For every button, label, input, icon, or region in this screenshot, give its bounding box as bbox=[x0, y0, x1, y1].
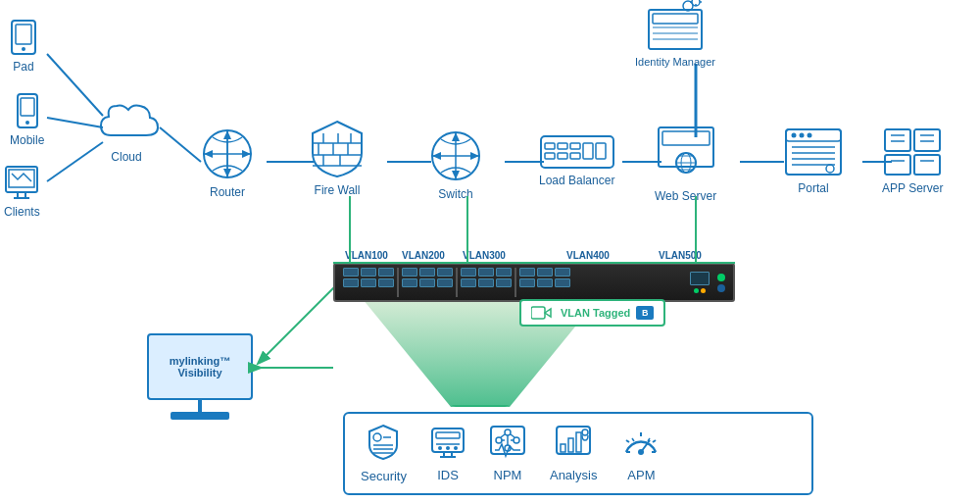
svg-point-113 bbox=[438, 446, 442, 450]
svg-marker-104 bbox=[545, 309, 551, 317]
svg-point-121 bbox=[505, 429, 511, 435]
portal-node: Portal bbox=[784, 127, 843, 195]
svg-point-114 bbox=[446, 446, 450, 450]
clients-icon bbox=[4, 165, 39, 203]
vlan-b-badge: B bbox=[642, 308, 649, 318]
svg-line-138 bbox=[626, 440, 629, 442]
mylinking-monitor: mylinking™ Visibility bbox=[147, 333, 253, 420]
router-label: Router bbox=[210, 185, 245, 199]
svg-point-23 bbox=[25, 121, 29, 125]
switch-label: Switch bbox=[438, 187, 472, 201]
svg-point-115 bbox=[454, 446, 458, 450]
mobile-icon bbox=[17, 93, 38, 131]
vlan2-label: VLAN200 bbox=[402, 250, 445, 261]
pad-label: Pad bbox=[13, 60, 33, 74]
svg-rect-103 bbox=[531, 307, 545, 319]
svg-rect-66 bbox=[662, 131, 710, 145]
svg-rect-26 bbox=[9, 170, 34, 187]
router-icon bbox=[201, 127, 254, 183]
npm-label: NPM bbox=[494, 468, 522, 482]
svg-rect-82 bbox=[885, 129, 910, 151]
appliance-rj45 bbox=[690, 272, 710, 293]
ids-label: IDS bbox=[437, 468, 459, 482]
portal-icon bbox=[784, 127, 843, 179]
cloud-icon bbox=[93, 98, 160, 148]
vlan3-label: VLAN300 bbox=[463, 250, 506, 261]
mylinking-line2: Visibility bbox=[170, 367, 230, 378]
apm-icon bbox=[620, 425, 662, 464]
pad-icon bbox=[10, 20, 37, 58]
svg-rect-93 bbox=[653, 14, 698, 24]
svg-marker-55 bbox=[470, 152, 479, 160]
svg-rect-60 bbox=[558, 153, 567, 159]
svg-point-120 bbox=[496, 437, 502, 443]
monitor-neck bbox=[198, 400, 202, 412]
svg-rect-65 bbox=[659, 127, 713, 167]
svg-marker-37 bbox=[242, 150, 251, 158]
switch-icon bbox=[429, 129, 482, 185]
svg-point-81 bbox=[826, 165, 834, 173]
svg-marker-34 bbox=[223, 130, 231, 139]
webserver-icon bbox=[657, 126, 715, 187]
loadbalancer-label: Load Balancer bbox=[539, 174, 614, 187]
firewall-node: Fire Wall bbox=[309, 120, 366, 197]
switch-node: Switch bbox=[429, 129, 482, 201]
apm-label: APM bbox=[627, 468, 655, 482]
svg-rect-57 bbox=[545, 143, 555, 149]
svg-line-3 bbox=[160, 127, 201, 162]
svg-rect-83 bbox=[914, 129, 940, 151]
vlan4-label: VLAN400 bbox=[566, 250, 610, 261]
identitymanager-icon bbox=[647, 0, 704, 54]
svg-line-14 bbox=[259, 283, 338, 363]
vlan-icon bbox=[531, 304, 555, 322]
svg-point-108 bbox=[373, 433, 381, 441]
svg-marker-18 bbox=[451, 405, 510, 407]
network-appliance bbox=[333, 263, 735, 302]
portal-label: Portal bbox=[798, 181, 828, 195]
svg-point-20 bbox=[22, 47, 25, 51]
svg-rect-61 bbox=[570, 143, 580, 149]
appserver-icon bbox=[883, 127, 942, 179]
analysis-label: Analysis bbox=[550, 468, 597, 482]
mobile-label: Mobile bbox=[10, 133, 44, 147]
svg-marker-54 bbox=[432, 152, 441, 160]
webserver-node: Web Server bbox=[655, 126, 716, 203]
vlan-tagged-box: VLAN Tagged B bbox=[519, 299, 665, 327]
svg-rect-24 bbox=[21, 98, 34, 116]
svg-line-127 bbox=[501, 434, 505, 437]
svg-point-133 bbox=[582, 429, 588, 435]
svg-rect-21 bbox=[16, 25, 31, 44]
svg-point-75 bbox=[800, 133, 805, 138]
svg-marker-35 bbox=[223, 169, 231, 177]
firewall-icon bbox=[309, 120, 366, 181]
security-label: Security bbox=[361, 469, 407, 483]
security-icon bbox=[366, 424, 401, 465]
tool-analysis: Analysis bbox=[550, 425, 597, 482]
svg-marker-36 bbox=[204, 150, 213, 158]
svg-rect-111 bbox=[436, 432, 460, 438]
port-group-2 bbox=[402, 268, 453, 297]
svg-marker-53 bbox=[452, 171, 460, 179]
ids-icon bbox=[430, 425, 466, 464]
svg-line-128 bbox=[511, 434, 514, 437]
npm-icon bbox=[489, 425, 526, 464]
webserver-label: Web Server bbox=[655, 189, 716, 203]
firewall-label: Fire Wall bbox=[315, 183, 361, 197]
appliance-ports bbox=[343, 268, 682, 297]
appserver-node: APP Server bbox=[882, 127, 943, 195]
network-diagram: Pad Mobile Clients bbox=[0, 0, 980, 504]
loadbalancer-icon bbox=[540, 135, 614, 172]
svg-point-122 bbox=[514, 437, 519, 443]
analysis-icon bbox=[555, 425, 592, 464]
appliance-indicator bbox=[717, 274, 725, 292]
tool-security: Security bbox=[361, 424, 407, 483]
identitymanager-label: Identity Manager bbox=[635, 56, 715, 68]
tools-box: Security IDS bbox=[343, 412, 813, 495]
tool-apm: APM bbox=[620, 425, 662, 482]
tool-npm: NPM bbox=[489, 425, 526, 482]
appserver-label: APP Server bbox=[882, 181, 943, 195]
cloud-label: Cloud bbox=[111, 150, 141, 164]
svg-line-142 bbox=[632, 438, 634, 441]
cloud-node: Cloud bbox=[93, 98, 160, 164]
pad-node: Pad bbox=[10, 20, 37, 74]
